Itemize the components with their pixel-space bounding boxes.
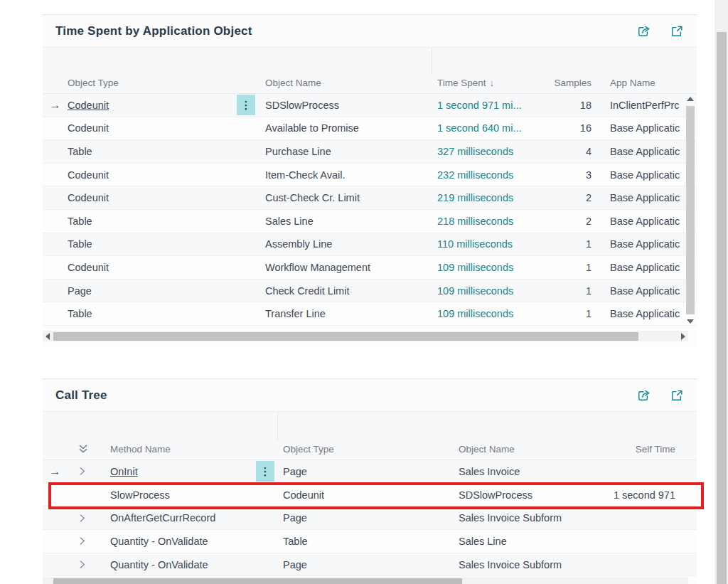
object-type-cell: Codeunit bbox=[277, 489, 455, 501]
horizontal-scroll-thumb[interactable] bbox=[53, 332, 638, 341]
method-name-cell[interactable]: SlowProcess bbox=[92, 489, 256, 501]
horizontal-scroll-thumb[interactable] bbox=[53, 578, 462, 584]
scroll-down-icon[interactable] bbox=[687, 319, 694, 324]
time-spent-row[interactable]: TableTransfer Line109 milliseconds1Base … bbox=[43, 302, 697, 326]
column-divider[interactable] bbox=[432, 48, 432, 75]
object-type-cell[interactable]: Codeunit bbox=[68, 100, 237, 111]
time-spent-row[interactable]: CodeunitAvailable to Promise1 second 640… bbox=[43, 117, 697, 141]
method-name-cell[interactable]: OnInit bbox=[92, 466, 256, 477]
ellipsis-menu-icon[interactable]: ⋮ bbox=[237, 95, 255, 115]
time-spent-horizontal-scrollbar[interactable] bbox=[43, 331, 688, 341]
object-type-cell: Page bbox=[277, 512, 455, 524]
time-spent-row[interactable]: CodeunitCust-Check Cr. Limit219 millisec… bbox=[43, 186, 697, 210]
object-type-cell[interactable]: Codeunit bbox=[68, 192, 237, 203]
object-type-cell[interactable]: Codeunit bbox=[68, 262, 237, 273]
samples-cell: 1 bbox=[547, 308, 597, 319]
col-header-app-name[interactable]: App Name bbox=[597, 78, 697, 88]
app-name-cell: InClientPerfPrc bbox=[597, 100, 697, 111]
page-scroll-thumb[interactable] bbox=[717, 32, 727, 584]
ellipsis-menu-icon[interactable]: ⋮ bbox=[256, 461, 274, 482]
time-spent-cell[interactable]: 219 milliseconds bbox=[437, 192, 547, 203]
scroll-up-icon[interactable] bbox=[687, 97, 694, 101]
object-type-cell[interactable]: Table bbox=[68, 308, 237, 319]
chevron-right-icon[interactable] bbox=[68, 536, 92, 546]
method-name-cell[interactable]: OnAfterGetCurrRecord bbox=[92, 512, 256, 524]
time-spent-vertical-scrollbar[interactable] bbox=[685, 95, 696, 326]
time-spent-cell[interactable]: 1 second 640 mi... bbox=[437, 122, 547, 134]
vertical-scroll-thumb[interactable] bbox=[686, 106, 695, 314]
share-icon[interactable] bbox=[637, 24, 651, 38]
call-tree-row[interactable]: Quantity - OnValidateTableSales Line bbox=[43, 530, 697, 553]
object-name-cell: SDSlowProcess bbox=[455, 489, 604, 501]
time-spent-cell[interactable]: 1 second 971 mi... bbox=[437, 100, 547, 111]
call-tree-card-title: Call Tree bbox=[55, 388, 107, 403]
time-spent-row[interactable]: TableSales Line218 milliseconds2Base App… bbox=[43, 210, 697, 233]
column-divider[interactable] bbox=[277, 412, 278, 441]
call-tree-row[interactable]: SlowProcessCodeunitSDSlowProcess1 second… bbox=[43, 484, 697, 507]
time-spent-row[interactable]: TableAssembly Line110 milliseconds1Base … bbox=[43, 233, 697, 257]
col-header-samples[interactable]: Samples bbox=[547, 78, 597, 88]
chevron-right-icon[interactable] bbox=[68, 467, 92, 476]
object-name-cell: SDSlowProcess bbox=[258, 100, 437, 111]
samples-cell: 1 bbox=[547, 238, 597, 250]
samples-cell: 16 bbox=[547, 122, 597, 134]
time-spent-row[interactable]: TablePurchase Line327 milliseconds4Base … bbox=[43, 140, 697, 164]
time-spent-cell[interactable]: 109 milliseconds bbox=[437, 285, 547, 297]
time-spent-row[interactable]: CodeunitItem-Check Avail.232 millisecond… bbox=[43, 164, 697, 187]
col-header-object-name[interactable]: Object Name bbox=[258, 78, 437, 88]
col-header-object-name[interactable]: Object Name bbox=[455, 444, 604, 455]
col-header-object-type[interactable]: Object Type bbox=[277, 444, 455, 455]
time-spent-column-headers: Object Type Object Name Time Spent↓ Samp… bbox=[43, 48, 697, 93]
samples-cell: 18 bbox=[547, 100, 597, 111]
app-name-cell: Base Applicatic bbox=[597, 192, 697, 203]
time-spent-row[interactable]: PageCheck Credit Limit109 milliseconds1B… bbox=[43, 280, 697, 303]
col-header-object-type[interactable]: Object Type bbox=[68, 78, 237, 88]
col-header-self-time[interactable]: Self Time bbox=[604, 444, 697, 455]
app-name-cell: Base Applicatic bbox=[597, 122, 697, 134]
object-type-cell[interactable]: Codeunit bbox=[68, 122, 237, 134]
object-name-cell: Sales Invoice Subform bbox=[455, 559, 604, 570]
time-spent-cell[interactable]: 232 milliseconds bbox=[437, 169, 547, 181]
call-tree-card: Call Tree Method Name bbox=[43, 378, 697, 584]
time-spent-row[interactable]: CodeunitWorkflow Management109 milliseco… bbox=[43, 256, 697, 280]
object-type-cell[interactable]: Table bbox=[68, 238, 237, 250]
call-tree-row[interactable]: Quantity - OnValidatePageSales Invoice S… bbox=[43, 553, 697, 577]
app-name-cell: Base Applicatic bbox=[597, 146, 697, 157]
object-name-cell: Purchase Line bbox=[258, 146, 437, 157]
popout-icon[interactable] bbox=[670, 388, 684, 403]
object-type-cell[interactable]: Page bbox=[68, 285, 237, 297]
time-spent-cell[interactable]: 110 milliseconds bbox=[437, 238, 547, 250]
time-spent-card: Time Spent by Application Object Object … bbox=[43, 14, 697, 349]
time-spent-cell[interactable]: 218 milliseconds bbox=[437, 216, 547, 227]
col-header-method-name[interactable]: Method Name bbox=[92, 444, 256, 455]
chevron-right-icon[interactable] bbox=[68, 514, 92, 523]
method-name-cell[interactable]: Quantity - OnValidate bbox=[92, 559, 256, 570]
chevron-right-icon[interactable] bbox=[68, 560, 92, 569]
object-name-cell: Assembly Line bbox=[258, 238, 437, 250]
object-type-cell[interactable]: Table bbox=[68, 216, 237, 227]
collapse-all-icon[interactable] bbox=[68, 443, 92, 455]
call-tree-horizontal-scrollbar[interactable] bbox=[43, 577, 688, 584]
object-type-cell: Table bbox=[277, 536, 455, 547]
object-name-cell: Sales Line bbox=[258, 216, 437, 227]
time-spent-cell[interactable]: 109 milliseconds bbox=[437, 308, 547, 319]
time-spent-card-title: Time Spent by Application Object bbox=[55, 24, 252, 38]
object-name-cell: Workflow Management bbox=[258, 262, 437, 273]
call-tree-row[interactable]: OnAfterGetCurrRecordPageSales Invoice Su… bbox=[43, 506, 697, 530]
col-header-time-spent[interactable]: Time Spent↓ bbox=[437, 78, 547, 88]
popout-icon[interactable] bbox=[670, 24, 684, 38]
time-spent-row[interactable]: →Codeunit⋮SDSlowProcess1 second 971 mi..… bbox=[43, 94, 697, 117]
time-spent-cell[interactable]: 109 milliseconds bbox=[437, 262, 547, 273]
object-type-cell[interactable]: Codeunit bbox=[68, 169, 237, 181]
samples-cell: 1 bbox=[547, 285, 597, 297]
page-vertical-scrollbar[interactable] bbox=[714, 0, 728, 584]
scroll-right-icon[interactable] bbox=[681, 333, 685, 340]
scroll-left-icon[interactable] bbox=[46, 333, 50, 340]
app-name-cell: Base Applicatic bbox=[597, 308, 697, 319]
time-spent-table-body: →Codeunit⋮SDSlowProcess1 second 971 mi..… bbox=[43, 93, 697, 326]
share-icon[interactable] bbox=[637, 388, 651, 403]
call-tree-row[interactable]: →OnInit⋮PageSales Invoice bbox=[43, 460, 697, 484]
object-type-cell[interactable]: Table bbox=[68, 146, 237, 157]
method-name-cell[interactable]: Quantity - OnValidate bbox=[92, 536, 256, 547]
time-spent-cell[interactable]: 327 milliseconds bbox=[437, 146, 547, 157]
